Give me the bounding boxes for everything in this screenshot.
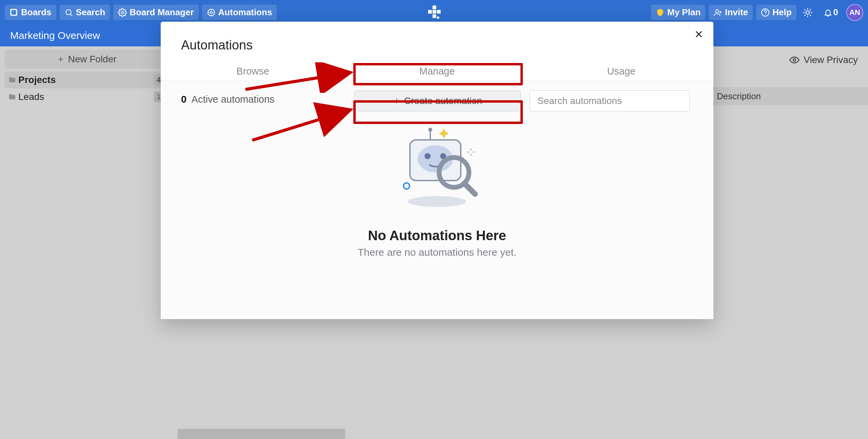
active-count-label: Active automations xyxy=(192,94,275,105)
plus-icon xyxy=(393,97,401,105)
tab-label: Usage xyxy=(607,66,635,77)
tab-manage[interactable]: Manage xyxy=(345,62,529,81)
close-icon xyxy=(694,29,704,39)
svg-line-50 xyxy=(464,183,475,194)
empty-state-subtitle: There are no automations here yet. xyxy=(335,247,539,258)
svg-point-44 xyxy=(470,148,472,150)
modal-tabs: Browse Manage Usage xyxy=(161,62,713,81)
modal-body: 0 Active automations Create automation xyxy=(161,81,713,319)
svg-point-47 xyxy=(467,151,469,153)
close-button[interactable] xyxy=(692,27,706,41)
tab-usage[interactable]: Usage xyxy=(529,62,713,81)
modal-overlay: Automations Browse Manage Usage 0 Active… xyxy=(0,0,868,439)
empty-state-title: No Automations Here xyxy=(335,228,539,243)
robot-illustration xyxy=(386,125,488,213)
modal-title: Automations xyxy=(161,22,713,62)
svg-point-51 xyxy=(408,196,466,207)
tab-browse[interactable]: Browse xyxy=(161,62,345,81)
svg-point-45 xyxy=(473,151,475,153)
tab-label: Browse xyxy=(236,66,269,77)
create-automation-button[interactable]: Create automation xyxy=(354,90,521,111)
svg-point-38 xyxy=(428,128,432,132)
svg-point-42 xyxy=(425,153,431,159)
empty-state: No Automations Here There are no automat… xyxy=(335,125,539,258)
tab-label: Manage xyxy=(419,66,455,77)
search-automations-input[interactable] xyxy=(530,90,690,111)
create-automation-label: Create automation xyxy=(404,96,482,106)
automations-modal: Automations Browse Manage Usage 0 Active… xyxy=(161,22,713,319)
svg-point-46 xyxy=(470,154,472,156)
svg-point-48 xyxy=(403,183,410,189)
active-count-number: 0 xyxy=(181,94,186,105)
